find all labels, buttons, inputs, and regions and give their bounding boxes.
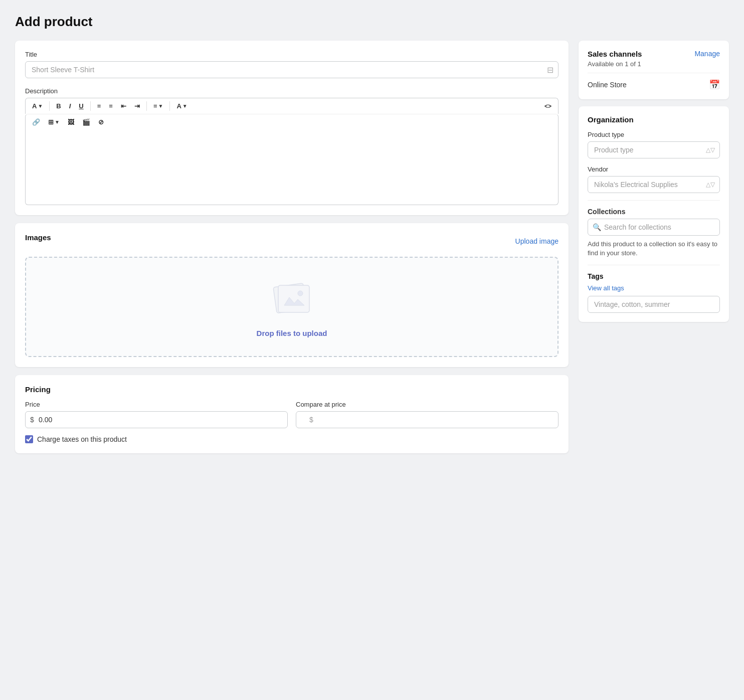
charge-taxes-label: Charge taxes on this product bbox=[37, 435, 127, 443]
collections-helper-text: Add this product to a collection so it's… bbox=[588, 240, 720, 258]
price-prefix: $ bbox=[30, 416, 34, 424]
video-button[interactable]: 🎬 bbox=[79, 116, 94, 128]
available-text: Available on 1 of 1 bbox=[588, 60, 720, 68]
svg-rect-1 bbox=[278, 285, 309, 312]
source-button[interactable]: <> bbox=[541, 100, 555, 112]
toolbar-separator bbox=[49, 101, 50, 111]
search-icon: 🔍 bbox=[593, 223, 601, 231]
vendor-select[interactable]: Nikola's Electrical Supplies bbox=[588, 176, 720, 193]
toolbar-separator-4 bbox=[169, 101, 170, 111]
product-type-select-wrap: Product type △▽ bbox=[588, 141, 720, 158]
organization-card: Organization Product type Product type △… bbox=[579, 106, 729, 322]
product-type-select[interactable]: Product type bbox=[588, 141, 720, 158]
title-label: Title bbox=[25, 51, 559, 58]
compare-price-label: Compare at price bbox=[296, 401, 559, 408]
sidebar: Sales channels Manage Available on 1 of … bbox=[579, 41, 729, 322]
tags-divider bbox=[588, 265, 720, 265]
images-header: Images Upload image bbox=[25, 233, 559, 249]
table-button[interactable]: ⊞ ▼ bbox=[45, 116, 63, 128]
image-drop-zone[interactable]: Drop files to upload bbox=[25, 257, 559, 357]
calendar-icon[interactable]: 📅 bbox=[709, 79, 720, 90]
text-color-button[interactable]: A ▼ bbox=[173, 100, 191, 112]
sales-channels-card: Sales channels Manage Available on 1 of … bbox=[579, 41, 729, 99]
title-input[interactable] bbox=[25, 61, 559, 78]
org-divider bbox=[588, 200, 720, 201]
sales-channels-title: Sales channels bbox=[588, 50, 642, 58]
page-title: Add product bbox=[15, 14, 729, 30]
charge-taxes-row: Charge taxes on this product bbox=[25, 435, 559, 443]
description-toolbar-row1: A ▼ B I U ≡ ≡ ⇤ ⇥ ≡ ▼ A ▼ <> bbox=[25, 98, 559, 114]
pricing-grid: Price $ Compare at price bbox=[25, 401, 559, 428]
text-format-icon: ⊟ bbox=[547, 65, 553, 75]
collections-search-input[interactable] bbox=[588, 219, 720, 236]
price-input-wrap: $ bbox=[25, 411, 288, 428]
main-column: Title ⊟ Description A ▼ B I U ≡ ≡ ⇤ ⇥ ≡ … bbox=[15, 41, 569, 453]
toolbar-separator-3 bbox=[146, 101, 147, 111]
bullet-list-button[interactable]: ≡ bbox=[94, 100, 105, 112]
tags-title: Tags bbox=[588, 272, 604, 280]
collections-search-wrap: 🔍 bbox=[588, 219, 720, 236]
tags-input[interactable] bbox=[588, 296, 720, 313]
view-all-tags-link[interactable]: View all tags bbox=[588, 284, 720, 292]
compare-price-input[interactable] bbox=[296, 411, 559, 428]
compare-price-field: Compare at price bbox=[296, 401, 559, 428]
title-input-wrap: ⊟ bbox=[25, 61, 559, 78]
tags-header: Tags bbox=[588, 272, 720, 280]
align-button[interactable]: ≡ ▼ bbox=[150, 100, 167, 112]
underline-button[interactable]: U bbox=[75, 100, 87, 112]
pricing-label: Pricing bbox=[25, 385, 559, 394]
organization-title: Organization bbox=[588, 115, 720, 124]
images-label: Images bbox=[25, 233, 51, 242]
vendor-label: Vendor bbox=[588, 165, 720, 173]
description-label: Description bbox=[25, 87, 559, 95]
pricing-card: Pricing Price $ Compare at price bbox=[15, 375, 569, 453]
online-store-row: Online Store 📅 bbox=[588, 73, 720, 90]
upload-image-link[interactable]: Upload image bbox=[515, 237, 559, 245]
title-description-card: Title ⊟ Description A ▼ B I U ≡ ≡ ⇤ ⇥ ≡ … bbox=[15, 41, 569, 215]
online-store-label: Online Store bbox=[588, 81, 627, 89]
indent-button[interactable]: ⇥ bbox=[131, 100, 143, 112]
price-input[interactable] bbox=[25, 411, 288, 428]
ordered-list-button[interactable]: ≡ bbox=[105, 100, 116, 112]
font-button[interactable]: A ▼ bbox=[29, 100, 46, 112]
link-button[interactable]: 🔗 bbox=[29, 116, 44, 128]
bold-button[interactable]: B bbox=[53, 100, 64, 112]
compare-price-input-wrap bbox=[296, 411, 559, 428]
svg-point-2 bbox=[298, 291, 303, 296]
toolbar-separator-2 bbox=[90, 101, 91, 111]
vendor-select-wrap: Nikola's Electrical Supplies △▽ bbox=[588, 176, 720, 193]
charge-taxes-checkbox[interactable] bbox=[25, 435, 33, 443]
outdent-button[interactable]: ⇤ bbox=[117, 100, 130, 112]
description-editor-body[interactable] bbox=[25, 130, 559, 205]
collections-label: Collections bbox=[588, 208, 720, 216]
sales-channels-header: Sales channels Manage bbox=[588, 50, 720, 58]
product-type-label: Product type bbox=[588, 131, 720, 138]
images-card: Images Upload image Drop f bbox=[15, 223, 569, 367]
italic-button[interactable]: I bbox=[66, 100, 75, 112]
price-field: Price $ bbox=[25, 401, 288, 428]
clear-format-button[interactable]: ⊘ bbox=[95, 116, 107, 128]
drop-zone-text: Drop files to upload bbox=[257, 329, 327, 337]
image-insert-button[interactable]: 🖼 bbox=[64, 116, 78, 128]
price-label: Price bbox=[25, 401, 288, 408]
drop-zone-icon bbox=[269, 276, 314, 323]
description-toolbar-row2: 🔗 ⊞ ▼ 🖼 🎬 ⊘ bbox=[25, 114, 559, 130]
manage-link[interactable]: Manage bbox=[694, 50, 720, 58]
